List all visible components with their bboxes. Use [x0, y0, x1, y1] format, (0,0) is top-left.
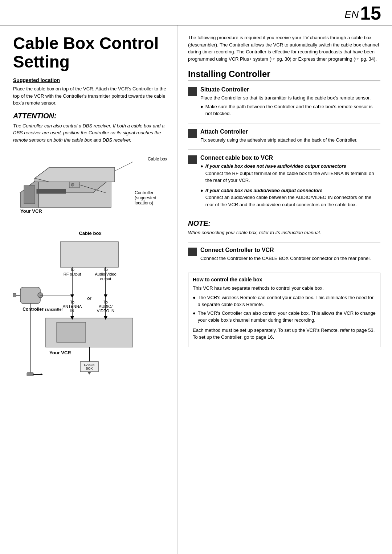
- svg-rect-3: [24, 186, 35, 204]
- vcr-diagram: Cable box Controller(suggestedlocations): [13, 149, 167, 225]
- connector-diagram: Cable box To RF output To Audio/Video ou…: [13, 231, 167, 376]
- how-to-bullet-2: ● The VCR's Controller can also control …: [193, 310, 376, 324]
- how-to-bullet-1-text: The VCR's wireless Remote can control yo…: [198, 294, 376, 308]
- page-number: 15: [360, 4, 381, 23]
- left-column: Cable Box Control Setting Suggested loca…: [0, 25, 178, 554]
- svg-text:Your VCR: Your VCR: [49, 350, 71, 355]
- en-label: EN: [344, 9, 359, 20]
- step-4-text: Connect the Controller to the CABLE BOX …: [200, 255, 371, 262]
- step-4-block: Connect Controller to VCR Connect the Co…: [188, 242, 380, 268]
- svg-marker-45: [87, 372, 91, 375]
- svg-rect-47: [13, 293, 16, 297]
- svg-text:BOX: BOX: [86, 367, 93, 370]
- how-to-box: How to control the cable box This VCR ha…: [188, 273, 380, 347]
- svg-line-11: [115, 162, 133, 171]
- step-3-number-box: [188, 155, 197, 164]
- page: EN 15 Cable Box Control Setting Suggeste…: [0, 0, 392, 554]
- how-to-bullet-dot-1: ●: [193, 294, 196, 308]
- page-header: EN 15: [0, 0, 392, 25]
- svg-rect-50: [27, 372, 33, 376]
- step-2-block: Attach Controller Fix securely using the…: [188, 129, 380, 150]
- note-text: When connecting your cable box, refer to…: [188, 229, 380, 236]
- main-title: Cable Box Control Setting: [13, 34, 167, 71]
- svg-text:VIDEO IN: VIDEO IN: [97, 309, 114, 313]
- svg-marker-7: [35, 167, 115, 182]
- step-3-title: Connect cable box to VCR: [200, 155, 380, 161]
- connector-svg: To RF output To Audio/Video output or: [13, 238, 166, 376]
- how-to-intro: This VCR has two separate methods to con…: [193, 285, 376, 292]
- svg-point-9: [71, 183, 74, 186]
- step-3-bullet-1: ● If your cable box does not have audio/…: [200, 163, 380, 184]
- step-2-title: Attach Controller: [200, 129, 358, 135]
- step-2-content: Attach Controller Fix securely using the…: [200, 129, 358, 145]
- cable-box-label: Cable box: [148, 156, 167, 162]
- bullet-dot-2: ●: [200, 163, 203, 184]
- svg-rect-8: [69, 182, 79, 188]
- attention-heading: ATTENTION:: [13, 112, 167, 120]
- step-1-text: Place the Controller so that its transmi…: [200, 94, 380, 102]
- suggested-location-heading: Suggested location: [13, 77, 167, 83]
- step-3-bold-italic-2: If your cable box has audio/video output…: [205, 188, 323, 193]
- svg-text:IN: IN: [70, 309, 74, 313]
- svg-text:AUDIO/: AUDIO/: [99, 304, 113, 309]
- controller-label: Controller(suggestedlocations): [135, 190, 167, 205]
- svg-text:ANTENNA: ANTENNA: [63, 304, 82, 309]
- svg-text:CABLE: CABLE: [84, 363, 95, 367]
- step-1-title: Situate Controller: [200, 86, 380, 93]
- step-1-bullet-text: Make sure the path between the Controlle…: [205, 103, 380, 117]
- installing-controller-title: Installing Controller: [188, 69, 380, 81]
- step-3-content: Connect cable box to VCR ● If your cable…: [200, 155, 380, 209]
- page-number-display: EN 15: [344, 4, 381, 23]
- svg-text:To: To: [70, 300, 74, 304]
- how-to-bullet-2-text: The VCR's Controller can also control yo…: [198, 310, 376, 324]
- step-3-bullet-1-text: If your cable box does not have audio/vi…: [205, 163, 380, 184]
- svg-text:Controller: Controller: [23, 307, 44, 312]
- how-to-title: How to control the cable box: [193, 277, 376, 282]
- step-3-block: Connect cable box to VCR ● If your cable…: [188, 155, 380, 214]
- bullet-dot-3: ●: [200, 187, 203, 208]
- how-to-bullet-1: ● The VCR's wireless Remote can control …: [193, 294, 376, 308]
- main-content: Cable Box Control Setting Suggested loca…: [0, 25, 392, 554]
- cable-box-title: Cable box: [13, 231, 167, 236]
- note-heading: NOTE:: [188, 219, 380, 228]
- attention-text: The Controller can also control a DBS re…: [13, 122, 167, 144]
- svg-rect-4: [37, 189, 66, 194]
- bullet-dot: ●: [200, 103, 203, 117]
- svg-marker-52: [41, 373, 43, 375]
- svg-text:Transmitter: Transmitter: [43, 307, 63, 311]
- svg-rect-12: [60, 242, 118, 267]
- svg-rect-29: [57, 322, 86, 342]
- step-4-title: Connect Controller to VCR: [200, 247, 371, 253]
- how-to-bullet-dot-2: ●: [193, 310, 196, 324]
- vcr-cable-box-svg: Your VCR: [13, 149, 136, 225]
- step-2-text: Fix securely using the adhesive strip at…: [200, 137, 358, 144]
- your-vcr-label: Your VCR: [20, 208, 42, 214]
- step-4-content: Connect Controller to VCR Connect the Co…: [200, 247, 371, 264]
- step-1-number-box: [188, 87, 197, 96]
- svg-text:or: or: [87, 296, 91, 301]
- step-3-bold-italic-1: If your cable box does not have audio/vi…: [205, 163, 346, 169]
- suggested-location-text: Place the cable box on top of the VCR. A…: [13, 85, 167, 107]
- svg-marker-21: [104, 294, 107, 298]
- step-3-bullet-2-text: If your cable box has audio/video output…: [205, 187, 380, 208]
- svg-text:To: To: [103, 300, 108, 304]
- step-1-bullet-1: ● Make sure the path between the Control…: [200, 103, 380, 117]
- step-1-block: Situate Controller Place the Controller …: [188, 86, 380, 123]
- step-1-content: Situate Controller Place the Controller …: [200, 86, 380, 119]
- step-3-bullet-2: ● If your cable box has audio/video outp…: [200, 187, 380, 208]
- right-intro: The following procedure is required if y…: [188, 34, 380, 62]
- svg-rect-23: [20, 287, 40, 304]
- note-block: NOTE: When connecting your cable box, re…: [188, 219, 380, 236]
- right-column: The following procedure is required if y…: [178, 25, 392, 554]
- step-2-number-box: [188, 129, 197, 138]
- how-to-outro: Each method must be set up separately. T…: [193, 327, 376, 341]
- step-4-number-box: [188, 248, 197, 256]
